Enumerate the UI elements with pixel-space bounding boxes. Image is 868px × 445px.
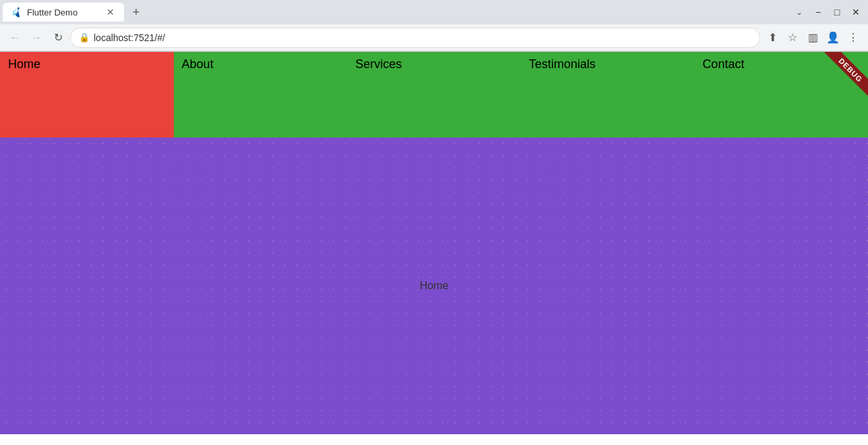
nav-item-services[interactable]: Services [347,52,521,138]
browser-chrome: Flutter Demo ✕ + ⌄ − □ ✕ ← → ↻ 🔒 localho… [0,0,868,52]
browser-toolbar: ← → ↻ 🔒 localhost:7521/#/ ⬆ ☆ ▥ 👤 ⋮ [0,24,868,51]
nav-label-testimonials: Testimonials [529,57,596,71]
nav-item-home[interactable]: Home [0,52,174,138]
window-close-button[interactable]: ✕ [846,3,865,22]
address-bar[interactable]: 🔒 localhost:7521/#/ [70,28,760,48]
reload-button[interactable]: ↻ [49,28,67,47]
address-lock-icon: 🔒 [79,32,90,42]
bookmark-button[interactable]: ☆ [783,28,802,47]
nav-item-about[interactable]: About [174,52,348,138]
address-text: localhost:7521/#/ [94,32,751,43]
menu-button[interactable]: ⋮ [844,28,863,47]
tab-close-button[interactable]: ✕ [105,7,116,18]
minimize-button[interactable]: − [809,3,828,22]
tab-bar: Flutter Demo ✕ + ⌄ − □ ✕ [0,0,868,24]
nav-item-testimonials[interactable]: Testimonials [521,52,695,138]
browser-tab[interactable]: Flutter Demo ✕ [3,3,124,22]
tab-title: Flutter Demo [27,7,100,18]
share-button[interactable]: ⬆ [763,28,782,47]
nav-label-home: Home [8,57,40,71]
forward-button[interactable]: → [27,28,46,47]
nav-label-services: Services [355,57,402,71]
maximize-button[interactable]: □ [828,3,846,22]
nav-label-contact: Contact [702,57,744,71]
nav-item-contact[interactable]: Contact [694,52,868,138]
nav-area: Home About Services Testimonials Contact [0,52,868,138]
home-page-text: Home [420,280,449,292]
tab-more-button[interactable]: ⌄ [790,3,809,22]
toolbar-actions: ⬆ ☆ ▥ 👤 ⋮ [763,28,863,47]
account-button[interactable]: 👤 [824,28,842,47]
nav-label-about: About [182,57,214,71]
page-content: Home About Services Testimonials Contact… [0,52,868,434]
main-content: Home [0,138,868,434]
sidebar-button[interactable]: ▥ [803,28,822,47]
new-tab-button[interactable]: + [127,3,146,22]
window-controls: ⌄ − □ ✕ [790,3,865,22]
flutter-favicon [11,7,22,18]
back-button[interactable]: ← [5,28,24,47]
